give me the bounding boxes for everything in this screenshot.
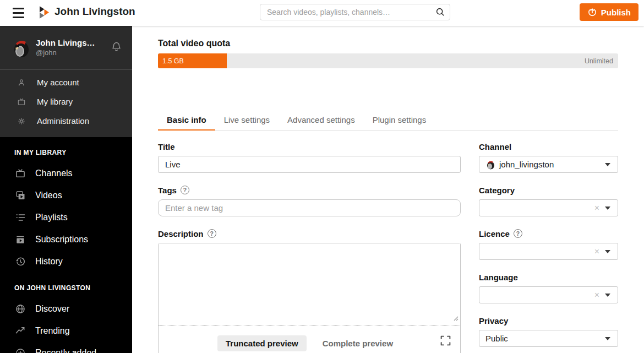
plus-circle-icon <box>14 347 26 353</box>
clear-icon[interactable]: × <box>594 204 599 213</box>
search-input[interactable] <box>260 8 431 17</box>
category-label: Category <box>479 185 618 195</box>
sidebar-section-on-instance: ON JOHN LIVINGSTON Discover Trending <box>0 284 132 353</box>
menu-label: My account <box>37 78 79 87</box>
description-label: Description <box>158 229 204 238</box>
language-select[interactable]: × <box>479 286 618 303</box>
tab-advanced-settings[interactable]: Advanced settings <box>279 113 364 130</box>
upload-icon <box>587 7 597 17</box>
maximize-icon[interactable] <box>440 335 451 348</box>
search-box <box>260 4 450 20</box>
chevron-down-icon <box>605 163 610 166</box>
user-avatar[interactable] <box>11 38 31 58</box>
side-item-label: Discover <box>35 304 69 314</box>
side-item-label: Subscriptions <box>35 235 88 245</box>
tab-basic-info[interactable]: Basic info <box>158 113 215 131</box>
tv-icon <box>17 97 26 106</box>
side-item-label: Trending <box>35 326 70 336</box>
resize-handle-icon[interactable] <box>453 313 459 323</box>
settings-tabs: Basic info Live settings Advanced settin… <box>158 113 618 131</box>
privacy-label: Privacy <box>479 316 618 325</box>
sidebar-item-recently-added[interactable]: Recently added <box>0 342 132 353</box>
channel-avatar <box>485 160 495 170</box>
quota-title: Total video quota <box>158 39 618 48</box>
sidebar-item-subscriptions[interactable]: Subscriptions <box>0 229 132 251</box>
side-item-label: Recently added <box>35 348 96 353</box>
channel-value: john_livingston <box>499 160 554 169</box>
globe-icon <box>14 303 26 314</box>
sidebar-item-discover[interactable]: Discover <box>0 298 132 320</box>
side-item-label: Playlists <box>35 213 68 222</box>
sidebar-item-videos[interactable]: Videos <box>0 184 132 207</box>
menu-toggle-icon[interactable] <box>13 8 24 18</box>
description-help-icon[interactable]: ? <box>208 229 216 238</box>
peertube-logo-icon[interactable] <box>40 6 49 21</box>
privacy-field: Privacy Public <box>479 316 618 347</box>
main-content: Total video quota 1.5 GB Unlimited Basic… <box>132 26 644 353</box>
licence-select[interactable]: × <box>479 243 618 260</box>
section-title: ON JOHN LIVINGSTON <box>0 284 132 292</box>
section-title: IN MY LIBRARY <box>0 149 132 156</box>
sidebar-item-my-library[interactable]: My library <box>0 92 132 111</box>
title-label: Title <box>158 142 461 151</box>
user-name[interactable]: John Livings… <box>36 38 95 48</box>
category-select[interactable]: × <box>479 199 618 216</box>
channel-field: Channel john_livingston <box>479 142 618 173</box>
notifications-bell-icon[interactable] <box>111 41 122 55</box>
sidebar-item-channels[interactable]: Channels <box>0 162 132 184</box>
clear-icon[interactable]: × <box>594 291 599 300</box>
tags-help-icon[interactable]: ? <box>181 186 189 194</box>
privacy-value: Public <box>485 334 508 343</box>
truncated-preview-button[interactable]: Truncated preview <box>217 335 307 351</box>
tags-field: Tags ? <box>158 185 461 216</box>
menu-label: Administration <box>37 116 89 126</box>
sidebar-item-history[interactable]: History <box>0 251 132 273</box>
tags-input[interactable] <box>158 199 461 216</box>
sidebar: John Livings… @john My account <box>0 26 132 353</box>
instance-title[interactable]: John Livingston <box>54 6 135 18</box>
person-icon <box>17 78 26 87</box>
description-field: Description ? Truncated preview <box>158 229 461 353</box>
sidebar-item-trending[interactable]: Trending <box>0 320 132 342</box>
trending-icon <box>14 325 26 336</box>
side-item-label: Videos <box>35 191 62 200</box>
sidebar-user-block: John Livings… @john <box>0 26 132 70</box>
channel-select[interactable]: john_livingston <box>479 156 618 173</box>
chevron-down-icon <box>605 250 610 253</box>
category-field: Category × <box>479 185 618 216</box>
title-input[interactable] <box>158 156 461 173</box>
licence-help-icon[interactable]: ? <box>514 229 522 238</box>
chevron-down-icon <box>605 337 610 340</box>
playlist-icon <box>14 212 26 223</box>
quota-total-label: Unlimited <box>585 53 613 68</box>
side-item-label: History <box>35 257 63 267</box>
complete-preview-button[interactable]: Complete preview <box>314 335 401 351</box>
privacy-select[interactable]: Public <box>479 330 618 347</box>
channel-label: Channel <box>479 142 618 151</box>
tags-label: Tags <box>158 186 177 195</box>
search-icon[interactable] <box>431 7 450 17</box>
description-textarea[interactable] <box>159 243 460 325</box>
clear-icon[interactable]: × <box>594 247 599 256</box>
chevron-down-icon <box>605 294 610 297</box>
subscriptions-icon <box>14 234 26 245</box>
top-bar: John Livingston Publish <box>0 0 644 26</box>
videos-icon <box>14 190 26 201</box>
language-label: Language <box>479 272 618 282</box>
history-clock-icon <box>14 256 26 267</box>
user-handle: @john <box>36 48 95 57</box>
quota-used-label: 1.5 GB <box>162 57 184 65</box>
tab-live-settings[interactable]: Live settings <box>215 113 279 130</box>
sidebar-item-playlists[interactable]: Playlists <box>0 207 132 229</box>
gear-icon <box>17 117 26 126</box>
title-field: Title <box>158 142 461 173</box>
licence-label: Licence <box>479 229 510 238</box>
publish-button[interactable]: Publish <box>580 3 638 21</box>
chevron-down-icon <box>605 207 610 210</box>
sidebar-account-menu: My account My library Administration <box>0 70 132 137</box>
sidebar-item-administration[interactable]: Administration <box>0 111 132 131</box>
side-item-label: Channels <box>35 169 73 178</box>
sidebar-item-my-account[interactable]: My account <box>0 73 132 92</box>
tab-plugin-settings[interactable]: Plugin settings <box>364 113 435 130</box>
description-preview-bar: Truncated preview Complete preview <box>159 325 460 353</box>
